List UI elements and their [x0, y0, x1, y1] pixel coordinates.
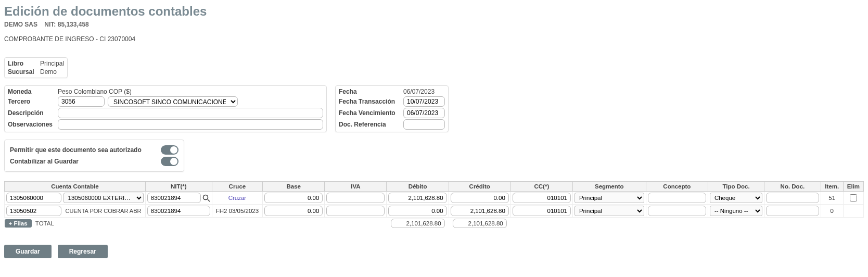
company-nit-label: NIT:	[44, 21, 56, 28]
nodoc-input[interactable]	[766, 193, 819, 203]
cuenta-select[interactable]: 1305060000 EXTERIOR	[63, 193, 144, 203]
col-nit: NIT(*)	[145, 182, 212, 192]
document-identifier: COMPROBANTE DE INGRESO - CI 23070004	[4, 35, 864, 43]
col-segmento: Segmento	[572, 182, 646, 192]
col-cc: CC(*)	[510, 182, 572, 192]
sucursal-value: Demo	[40, 68, 57, 75]
credito-input[interactable]	[451, 193, 509, 203]
col-cuenta: Cuenta Contable	[5, 182, 146, 192]
svg-line-1	[208, 199, 210, 202]
descripcion-input[interactable]	[58, 108, 323, 118]
nodoc-input[interactable]	[766, 206, 819, 216]
tipodoc-select[interactable]: -- Ninguno --	[710, 206, 762, 216]
add-rows-button[interactable]: + Filas	[5, 219, 32, 228]
descripcion-label: Descripción	[8, 109, 55, 117]
header-panel: Moneda Peso Colombiano COP ($) Tercero S…	[4, 85, 327, 132]
debito-input[interactable]	[388, 206, 446, 216]
libro-panel: Libro Principal Sucursal Demo	[4, 57, 68, 78]
col-concepto: Concepto	[646, 182, 708, 192]
cruce-text: FH2 03/05/2023	[216, 208, 259, 214]
contabilizar-label: Contabilizar al Guardar	[10, 158, 156, 165]
concepto-input[interactable]	[648, 193, 706, 203]
moneda-value: Peso Colombiano COP ($)	[58, 88, 323, 95]
elim-checkbox[interactable]	[850, 194, 857, 202]
cuenta-code-input[interactable]	[6, 193, 61, 203]
entries-grid: Cuenta Contable NIT(*) Cruce Base IVA Dé…	[4, 181, 864, 229]
col-nodoc: No. Doc.	[764, 182, 821, 192]
fecha-trans-label: Fecha Transacción	[339, 98, 400, 105]
item-value: 51	[828, 195, 835, 201]
tercero-label: Tercero	[8, 98, 55, 105]
page-title: Edición de documentos contables	[4, 4, 864, 19]
fecha-venc-label: Fecha Vencimiento	[339, 109, 400, 117]
libro-label: Libro	[8, 60, 37, 67]
contabilizar-toggle[interactable]	[161, 157, 178, 166]
iva-input[interactable]	[326, 206, 385, 216]
col-credito: Crédito	[449, 182, 510, 192]
cc-input[interactable]	[513, 206, 571, 216]
cuenta-code-input[interactable]	[6, 206, 61, 216]
permitir-toggle[interactable]	[161, 145, 178, 155]
search-icon[interactable]	[202, 194, 210, 202]
sucursal-label: Sucursal	[8, 68, 37, 75]
segmento-select[interactable]: Principal	[575, 206, 644, 216]
tercero-code-input[interactable]	[58, 96, 105, 107]
base-input[interactable]	[264, 193, 323, 203]
company-nit: 85,133,458	[58, 21, 89, 28]
cruzar-link[interactable]: Cruzar	[228, 195, 247, 201]
table-row: CUENTA POR COBRAR ABRFH2 03/05/2023Princ…	[5, 205, 864, 218]
company-line: DEMO SAS NIT: 85,133,458	[4, 21, 864, 28]
col-base: Base	[263, 182, 325, 192]
cuenta-text: CUENTA POR COBRAR ABR	[63, 208, 144, 214]
libro-value: Principal	[40, 60, 64, 67]
col-iva: IVA	[325, 182, 387, 192]
fecha-value: 06/07/2023	[403, 88, 445, 95]
cc-input[interactable]	[513, 193, 571, 203]
svg-point-0	[203, 195, 208, 200]
total-debito: 2,101,628.80	[391, 219, 445, 228]
col-tipodoc: Tipo Doc.	[708, 182, 764, 192]
observaciones-label: Observaciones	[8, 121, 55, 128]
dates-panel: Fecha 06/07/2023 Fecha Transacción Fecha…	[335, 85, 449, 132]
company-name: DEMO SAS	[4, 21, 37, 28]
nit-input[interactable]	[147, 206, 210, 216]
observaciones-input[interactable]	[58, 119, 323, 130]
tipodoc-select[interactable]: Cheque	[710, 193, 762, 203]
table-row: 1305060000 EXTERIORCruzarPrincipalCheque…	[5, 192, 864, 205]
nit-input[interactable]	[147, 193, 201, 203]
fecha-label: Fecha	[339, 88, 400, 95]
base-input[interactable]	[264, 206, 323, 216]
col-item: Item.	[821, 182, 843, 192]
col-elim: Elim	[843, 182, 863, 192]
col-cruce: Cruce	[212, 182, 263, 192]
moneda-label: Moneda	[8, 88, 55, 95]
doc-ref-label: Doc. Referencia	[339, 121, 400, 128]
guardar-button[interactable]: Guardar	[4, 245, 52, 258]
fecha-trans-input[interactable]	[403, 96, 445, 107]
regresar-button[interactable]: Regresar	[58, 245, 108, 258]
permitir-label: Permitir que este documento sea autoriza…	[10, 146, 156, 154]
item-value: 0	[831, 208, 834, 214]
toggle-panel: Permitir que este documento sea autoriza…	[4, 140, 184, 172]
col-debito: Débito	[387, 182, 449, 192]
iva-input[interactable]	[326, 193, 385, 203]
tercero-name-select[interactable]: SINCOSOFT SINCO COMUNICACIONES S.A.S	[108, 96, 238, 107]
fecha-venc-input[interactable]	[403, 108, 445, 118]
segmento-select[interactable]: Principal	[575, 193, 644, 203]
credito-input[interactable]	[451, 206, 509, 216]
concepto-input[interactable]	[648, 206, 706, 216]
total-credito: 2,101,628.80	[453, 219, 507, 228]
total-label: TOTAL	[33, 220, 54, 226]
doc-ref-input[interactable]	[403, 119, 445, 130]
debito-input[interactable]	[388, 193, 446, 203]
